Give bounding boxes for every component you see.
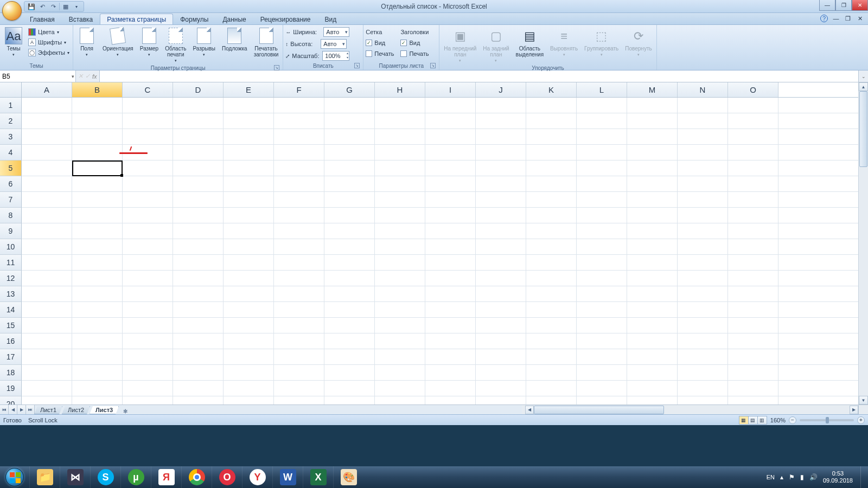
show-desktop-button[interactable] (860, 466, 865, 488)
cell[interactable] (123, 381, 173, 396)
cell[interactable] (173, 381, 224, 396)
qat-grid-icon[interactable]: ▦ (61, 2, 71, 11)
cell[interactable] (728, 381, 778, 396)
cell[interactable] (476, 176, 526, 191)
cell[interactable] (123, 223, 173, 239)
cell[interactable] (577, 349, 627, 364)
cell[interactable] (375, 192, 425, 207)
cell[interactable] (425, 318, 476, 333)
save-icon[interactable]: 💾 (27, 2, 36, 11)
cell[interactable] (375, 271, 425, 286)
column-header-D[interactable]: D (173, 82, 224, 97)
cell[interactable] (425, 365, 476, 380)
tab-review[interactable]: Рецензирование (253, 14, 318, 24)
cell[interactable] (678, 208, 728, 223)
cell[interactable] (476, 302, 526, 317)
cell[interactable] (425, 208, 476, 223)
cell[interactable] (72, 192, 123, 207)
row-header-4[interactable]: 4 (0, 145, 22, 160)
cell[interactable] (526, 333, 577, 349)
cell[interactable] (627, 349, 678, 364)
cell[interactable] (425, 255, 476, 270)
cell[interactable] (375, 98, 425, 113)
cell[interactable] (324, 396, 375, 404)
maximize-button[interactable]: ❐ (835, 0, 852, 11)
cell[interactable] (72, 396, 123, 404)
select-all-button[interactable] (0, 82, 22, 98)
cell[interactable] (173, 318, 224, 333)
column-header-G[interactable]: G (324, 82, 375, 97)
cell[interactable] (22, 208, 72, 223)
taskbar-opera[interactable]: O (212, 466, 242, 488)
office-button[interactable] (2, 1, 22, 21)
cell[interactable] (224, 239, 274, 254)
cell[interactable] (577, 160, 627, 176)
cell[interactable] (728, 365, 778, 380)
cell[interactable] (728, 98, 778, 113)
cell[interactable] (627, 333, 678, 349)
cell[interactable] (324, 302, 375, 317)
cell[interactable] (577, 255, 627, 270)
cell[interactable] (728, 349, 778, 364)
cell[interactable] (72, 255, 123, 270)
cell[interactable] (123, 255, 173, 270)
row-header-20[interactable]: 20 (0, 396, 22, 404)
cell[interactable] (224, 286, 274, 301)
gridlines-print-checkbox[interactable]: Печать (366, 49, 394, 59)
taskbar-explorer[interactable]: 📁 (29, 466, 60, 488)
cell[interactable] (274, 365, 324, 380)
cell[interactable] (476, 271, 526, 286)
launcher-icon[interactable]: ↘ (274, 65, 279, 70)
column-header-J[interactable]: J (476, 82, 526, 97)
cell[interactable] (72, 176, 123, 191)
column-header-K[interactable]: K (526, 82, 577, 97)
cell[interactable] (274, 271, 324, 286)
cell[interactable] (425, 396, 476, 404)
cell[interactable] (224, 192, 274, 207)
cell[interactable] (577, 381, 627, 396)
cell[interactable] (22, 349, 72, 364)
cell[interactable] (72, 381, 123, 396)
cell[interactable] (526, 192, 577, 207)
cell[interactable] (678, 349, 728, 364)
column-header-C[interactable]: C (123, 82, 173, 97)
cell[interactable] (627, 98, 678, 113)
cell[interactable] (22, 302, 72, 317)
column-header-H[interactable]: H (375, 82, 425, 97)
cell[interactable] (425, 271, 476, 286)
redo-icon[interactable]: ↷ (48, 2, 58, 11)
cell[interactable] (324, 145, 375, 160)
cell[interactable] (425, 286, 476, 301)
cell[interactable] (224, 98, 274, 113)
page-break-view-icon[interactable]: ▥ (757, 416, 767, 425)
row-header-14[interactable]: 14 (0, 302, 22, 318)
cell[interactable] (577, 98, 627, 113)
cell[interactable] (476, 145, 526, 160)
sheet-nav-first-icon[interactable]: ⏮ (0, 405, 9, 414)
cell[interactable] (72, 145, 123, 160)
row-header-16[interactable]: 16 (0, 333, 22, 349)
cell[interactable] (476, 381, 526, 396)
tab-view[interactable]: Вид (317, 14, 343, 24)
page-layout-view-icon[interactable]: ▤ (748, 416, 758, 425)
undo-icon[interactable]: ↶ (37, 2, 47, 11)
cell[interactable] (72, 318, 123, 333)
cell[interactable] (476, 223, 526, 239)
row-header-17[interactable]: 17 (0, 349, 22, 365)
row-header-9[interactable]: 9 (0, 223, 22, 239)
vertical-scrollbar[interactable]: ▲ ▼ (858, 82, 868, 404)
cell[interactable] (22, 113, 72, 129)
cell[interactable] (173, 192, 224, 207)
cell[interactable] (526, 145, 577, 160)
cell[interactable] (728, 239, 778, 254)
mdi-close-icon[interactable]: ✕ (856, 15, 864, 22)
cell[interactable] (728, 223, 778, 239)
cell[interactable] (577, 333, 627, 349)
cell[interactable] (425, 223, 476, 239)
cell[interactable] (274, 176, 324, 191)
cell[interactable] (678, 286, 728, 301)
cell[interactable] (22, 255, 72, 270)
tray-language[interactable]: EN (767, 474, 775, 480)
cell[interactable] (627, 271, 678, 286)
cell[interactable] (324, 176, 375, 191)
